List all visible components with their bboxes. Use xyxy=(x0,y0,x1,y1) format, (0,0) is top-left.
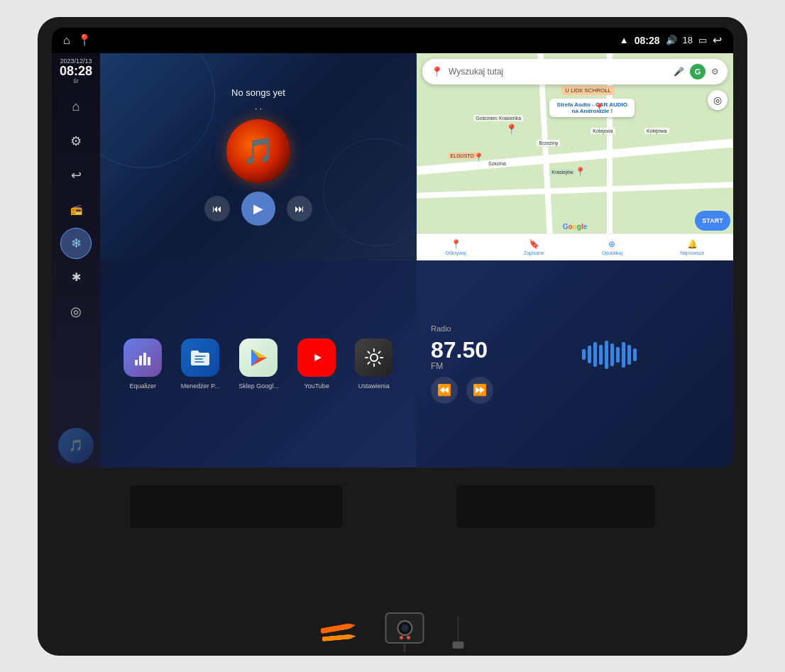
mount-slot-left xyxy=(130,485,343,528)
google-logo: Google xyxy=(563,223,587,231)
app-files-label: Menedżer P... xyxy=(181,382,220,390)
music-dots: · · xyxy=(255,104,262,114)
app-settings[interactable]: Ustawienia xyxy=(355,338,393,390)
app-settings-label: Ustawienia xyxy=(358,382,390,390)
app-play-store-label: Sklep Googl... xyxy=(238,382,279,390)
app-files[interactable]: Menedżer P... xyxy=(181,338,220,390)
radio-bar-1 xyxy=(582,349,586,360)
music-play-btn[interactable]: ▶ xyxy=(241,192,275,226)
maps-nav-najnowsze[interactable]: 🔔 Najnowsze xyxy=(680,239,704,255)
music-controls: ⏮ ▶ ⏭ xyxy=(204,192,312,226)
sidebar-radio-btn[interactable]: 📻 xyxy=(60,194,92,225)
radio-next-btn[interactable]: ⏩ xyxy=(466,377,493,404)
cable-accessory xyxy=(453,617,464,649)
map-start-btn[interactable]: START xyxy=(695,211,730,231)
map-label-kolejowa1: Kolejowa xyxy=(591,128,615,134)
map-label-brzeziny: Brzeziny xyxy=(537,140,560,146)
camera-light-1 xyxy=(400,636,403,639)
camera-mount-wire xyxy=(404,644,406,652)
status-left-icons: ⌂ 📍 xyxy=(63,33,92,47)
sidebar-day: śr xyxy=(60,77,92,84)
apps-panel: Equalizer Menedżer P... xyxy=(100,260,417,468)
camera-lights xyxy=(400,636,410,639)
camera-lens xyxy=(397,620,412,636)
radio-prev-btn[interactable]: ⏪ xyxy=(431,377,458,404)
battery-icon: ▭ xyxy=(698,35,707,45)
radio-bar-9 xyxy=(627,345,631,365)
maps-mic-icon[interactable]: 🎤 xyxy=(674,67,684,77)
status-time: 08:28 xyxy=(635,35,660,46)
radio-visualizer xyxy=(499,341,719,369)
map-compass[interactable]: ◎ xyxy=(708,90,728,110)
mount-slot-right xyxy=(456,485,655,528)
sidebar-voice-btn[interactable]: 🎵 xyxy=(58,428,94,463)
app-youtube[interactable]: YouTube xyxy=(297,338,336,390)
maps-nav-opublikuj[interactable]: ⊕ Opublikuj xyxy=(602,239,622,255)
map-label-lidii: U LIDII SCHROLL xyxy=(562,86,614,95)
radio-bar-7 xyxy=(616,347,620,363)
maps-settings-icon[interactable]: ⚙ xyxy=(711,67,719,77)
sidebar-bluetooth-btn[interactable]: ✱ xyxy=(60,262,92,293)
maps-status-icon[interactable]: 📍 xyxy=(77,33,92,47)
camera-accessory xyxy=(385,612,424,652)
sidebar-settings-btn[interactable]: ⚙ xyxy=(60,126,92,157)
maps-nav-odkrywaj[interactable]: 📍 Odkrywaj xyxy=(446,239,466,255)
svg-rect-3 xyxy=(148,357,150,365)
radio-controls: ⏪ ⏩ xyxy=(431,377,719,404)
music-note-icon: 🎵 xyxy=(243,136,275,166)
main-area: 2023/12/13 08:28 śr ⌂ ⚙ ↩ 📻 ❄ ✱ ◎ 🎵 xyxy=(52,53,733,468)
map-marker-elgusto: 📍 xyxy=(473,153,484,163)
back-icon[interactable]: ↩ xyxy=(713,33,722,47)
radio-bar-4 xyxy=(599,345,603,365)
sidebar-location-btn[interactable]: ◎ xyxy=(60,296,92,327)
content-area: No songs yet · · 🎵 ⏮ ▶ ⏭ xyxy=(100,53,733,468)
radio-panel: Radio 87.50 FM xyxy=(417,260,733,468)
radio-frequency: 87.50 FM xyxy=(431,338,488,371)
app-youtube-icon xyxy=(297,338,336,377)
map-label-gosciniec: Gościniec Krasieńka xyxy=(473,115,523,121)
map-label-krasiejow: Krasiejów xyxy=(549,169,575,175)
music-next-btn[interactable]: ⏭ xyxy=(287,196,312,221)
sidebar-time: 08:28 xyxy=(60,65,92,77)
maps-search-icon: 📍 xyxy=(431,66,443,77)
radio-freq-number: 87.50 xyxy=(431,338,488,361)
music-album-art: 🎵 xyxy=(226,119,290,183)
car-mount: ⌂ 📍 ▲ 08:28 🔊 18 ▭ ↩ 2023/12/13 xyxy=(38,17,747,656)
map-road-horizontal2 xyxy=(417,182,733,199)
radio-bar-10 xyxy=(633,348,637,361)
maps-nav-zapisane-icon: 🔖 xyxy=(529,239,539,249)
music-panel: No songs yet · · 🎵 ⏮ ▶ ⏭ xyxy=(100,53,417,260)
app-play-store-icon xyxy=(239,338,278,377)
sidebar-back-btn[interactable]: ↩ xyxy=(60,160,92,191)
app-files-icon xyxy=(181,338,219,377)
map-marker-krasiejow: 📍 xyxy=(575,167,586,177)
radio-label: Radio xyxy=(431,324,719,333)
sidebar-home-btn[interactable]: ⌂ xyxy=(60,92,92,123)
sidebar: 2023/12/13 08:28 śr ⌂ ⚙ ↩ 📻 ❄ ✱ ◎ 🎵 xyxy=(52,53,100,468)
screen-outer: ⌂ 📍 ▲ 08:28 🔊 18 ▭ ↩ 2023/12/13 xyxy=(52,28,733,468)
sidebar-freeze-btn[interactable]: ❄ xyxy=(60,228,92,259)
cable-wire xyxy=(458,617,459,641)
battery-level: 18 xyxy=(683,35,693,45)
sidebar-date: 2023/12/13 xyxy=(60,57,92,65)
pry-tool-1 xyxy=(320,622,356,634)
svg-rect-0 xyxy=(135,360,138,365)
radio-bar-8 xyxy=(622,342,625,368)
svg-rect-1 xyxy=(139,356,142,365)
maps-search-bar[interactable]: 📍 Wyszukaj tutaj 🎤 G ⚙ xyxy=(422,59,728,84)
home-status-icon[interactable]: ⌂ xyxy=(63,34,70,47)
maps-nav-zapisane[interactable]: 🔖 Zapisane xyxy=(524,239,544,255)
svg-marker-8 xyxy=(314,354,322,361)
music-prev-btn[interactable]: ⏮ xyxy=(204,196,230,221)
app-play-store[interactable]: Sklep Googl... xyxy=(238,338,279,390)
radio-bar-6 xyxy=(610,343,614,366)
app-equalizer-label: Equalizer xyxy=(129,382,156,390)
radio-main: 87.50 FM xyxy=(431,338,719,371)
app-equalizer[interactable]: Equalizer xyxy=(123,338,162,390)
radio-freq-band: FM xyxy=(431,361,488,371)
maps-user-avatar[interactable]: G xyxy=(690,64,706,79)
app-settings-icon xyxy=(355,338,393,377)
camera-light-2 xyxy=(407,636,410,639)
sidebar-datetime: 2023/12/13 08:28 śr xyxy=(60,57,92,84)
status-bar: ⌂ 📍 ▲ 08:28 🔊 18 ▭ ↩ xyxy=(52,28,733,53)
